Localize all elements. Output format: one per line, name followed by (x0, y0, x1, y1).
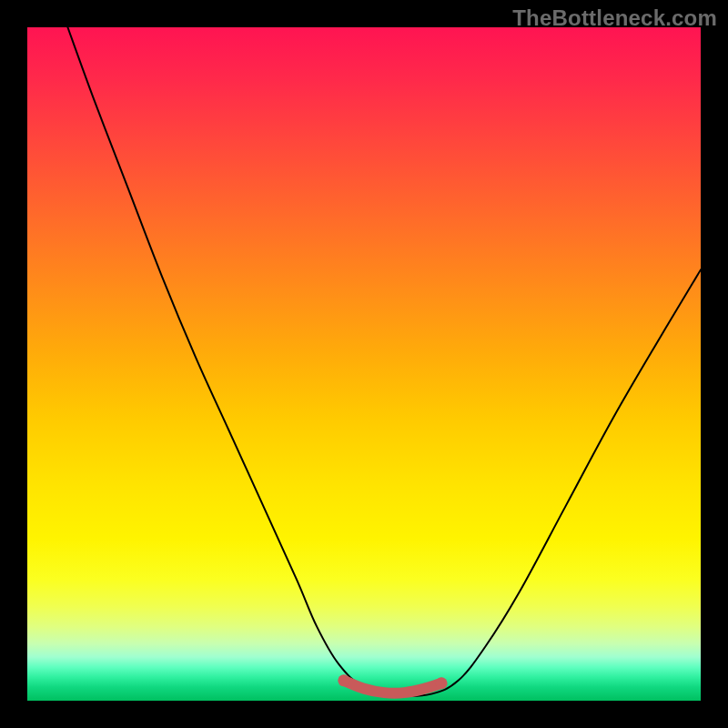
bottom-highlight (344, 681, 441, 693)
highlight-dot-left (338, 674, 349, 686)
main-curve (67, 27, 701, 696)
watermark-text: TheBottleneck.com (512, 5, 717, 31)
chart-svg (27, 27, 701, 701)
chart-container: TheBottleneck.com (0, 0, 728, 728)
plot-area (27, 27, 701, 701)
highlight-dot-right (436, 677, 448, 689)
